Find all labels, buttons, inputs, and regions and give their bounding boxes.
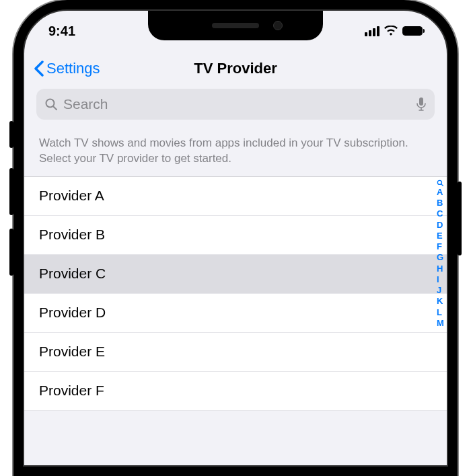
index-search-icon[interactable] bbox=[437, 180, 444, 187]
provider-row[interactable]: Provider E bbox=[24, 333, 447, 372]
index-letter[interactable]: J bbox=[437, 285, 444, 296]
microphone-icon[interactable] bbox=[416, 97, 427, 112]
status-time: 9:41 bbox=[48, 24, 75, 39]
provider-list: Provider AProvider BProvider CProvider D… bbox=[24, 177, 447, 411]
back-button[interactable]: Settings bbox=[34, 60, 100, 77]
index-letter[interactable]: H bbox=[437, 264, 444, 274]
provider-row[interactable]: Provider F bbox=[24, 372, 447, 411]
svg-rect-2 bbox=[419, 97, 423, 106]
index-letter[interactable]: L bbox=[437, 307, 444, 318]
section-description: Watch TV shows and movies from apps incl… bbox=[24, 129, 447, 177]
index-letter[interactable]: E bbox=[437, 231, 444, 241]
svg-line-4 bbox=[441, 184, 443, 186]
svg-line-1 bbox=[54, 107, 57, 110]
index-letter[interactable]: B bbox=[437, 198, 444, 208]
index-letter[interactable]: F bbox=[437, 241, 444, 252]
speaker-grille bbox=[212, 23, 259, 28]
volume-down-button bbox=[9, 229, 13, 276]
provider-row[interactable]: Provider A bbox=[24, 177, 447, 216]
screen: 9:41 Settings TV Provider bbox=[23, 9, 448, 467]
page-title: TV Provider bbox=[194, 60, 277, 77]
index-letter[interactable]: A bbox=[437, 187, 444, 198]
chevron-left-icon bbox=[34, 61, 44, 77]
notch bbox=[148, 11, 323, 40]
ringer-switch bbox=[9, 121, 13, 148]
phone-frame: 9:41 Settings TV Provider bbox=[13, 0, 458, 476]
section-index[interactable]: ABCDEFGHIJKLM bbox=[437, 180, 444, 329]
volume-up-button bbox=[9, 168, 13, 215]
index-letter[interactable]: C bbox=[437, 208, 444, 219]
battery-icon bbox=[402, 26, 423, 36]
provider-row[interactable]: Provider D bbox=[24, 294, 447, 333]
index-letter[interactable]: G bbox=[437, 252, 444, 263]
index-letter[interactable]: I bbox=[437, 274, 444, 285]
svg-point-0 bbox=[46, 100, 55, 108]
index-letter[interactable]: M bbox=[437, 318, 444, 329]
back-label: Settings bbox=[46, 60, 100, 77]
search-input[interactable] bbox=[63, 96, 410, 112]
index-letter[interactable]: D bbox=[437, 220, 444, 231]
front-camera bbox=[273, 21, 283, 30]
search-bar[interactable] bbox=[36, 89, 435, 120]
provider-row[interactable]: Provider B bbox=[24, 216, 447, 255]
nav-bar: Settings TV Provider bbox=[24, 51, 447, 86]
cellular-icon bbox=[365, 26, 379, 36]
index-letter[interactable]: K bbox=[437, 296, 444, 307]
search-icon bbox=[44, 97, 58, 111]
power-button bbox=[458, 182, 462, 255]
provider-row[interactable]: Provider C bbox=[24, 255, 447, 294]
wifi-icon bbox=[384, 26, 398, 36]
